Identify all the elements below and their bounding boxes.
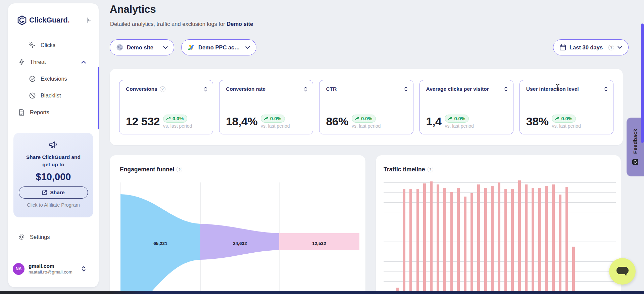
document-icon	[18, 109, 25, 116]
traffic-bar	[565, 187, 568, 291]
calendar-icon	[559, 44, 566, 51]
help-icon[interactable]: ?	[177, 167, 182, 172]
collapse-sidebar-icon[interactable]	[85, 17, 92, 24]
traffic-bar	[409, 189, 412, 291]
promo-amount: $10,000	[13, 171, 93, 182]
trending-up-icon	[555, 117, 559, 120]
traffic-bar	[396, 288, 399, 291]
share-label: Share	[50, 190, 64, 196]
sidebar-nav: Clicks Threat Exclusions	[8, 37, 99, 121]
traffic-bar	[464, 197, 466, 291]
ban-icon	[29, 92, 36, 99]
page-subtitle: Detailed analytics, traffic and exclusio…	[110, 21, 253, 27]
chat-launcher-button[interactable]	[609, 258, 636, 285]
traffic-bar	[504, 189, 507, 291]
chevron-down-icon	[245, 46, 250, 49]
stat-card-ctr: CTR 86% 0.0% vs. last period	[319, 80, 413, 134]
sidebar-item-reports[interactable]: Reports	[8, 104, 99, 121]
sort-chevrons-icon[interactable]	[204, 86, 207, 92]
funnel-stage-label: 24,632	[233, 241, 247, 246]
sidebar-item-blacklist[interactable]: Blacklist	[8, 87, 99, 104]
stat-title: Average clicks per visitor	[426, 86, 489, 92]
sidebar-item-clicks[interactable]: Clicks	[8, 37, 99, 53]
cursor-click-icon	[29, 42, 36, 49]
chevron-down-icon	[617, 46, 622, 49]
analytics-page: ClickGuard. Clicks Threat	[0, 0, 644, 294]
brand-name: ClickGuard.	[29, 16, 69, 25]
traffic-bar	[491, 186, 494, 291]
sidebar-divider	[13, 253, 93, 253]
select-chevrons-icon[interactable]	[82, 266, 86, 272]
sort-chevrons-icon[interactable]	[404, 86, 408, 92]
stat-value: 1,4	[426, 115, 442, 128]
promo-text: Share ClickGuard and get up to	[13, 154, 93, 169]
sidebar-item-exclusions[interactable]: Exclusions	[8, 70, 99, 87]
traffic-bar	[457, 188, 460, 291]
chevron-up-icon[interactable]	[81, 60, 86, 64]
engagement-funnel-card: Engagement funnel ? 65,221 24,632 12,532	[110, 155, 365, 294]
change-badge: 0.0%	[163, 115, 187, 123]
traffic-bar	[532, 188, 534, 291]
funnel-stage-label: 12,532	[312, 241, 326, 246]
share-button[interactable]: Share	[19, 186, 88, 199]
stat-card-conversion-rate: Conversion rate 18,4% 0.0% vs. last peri…	[219, 80, 313, 134]
change-badge: 0.0%	[552, 115, 576, 123]
trending-up-icon	[355, 117, 359, 120]
logo-row: ClickGuard.	[17, 13, 92, 27]
stat-sub: vs. last period	[261, 123, 290, 129]
sidebar-item-label: Exclusions	[41, 76, 67, 82]
page-title: Analytics	[110, 3, 156, 15]
globe-icon	[116, 44, 123, 51]
sidebar-item-label: Blacklist	[41, 92, 61, 99]
account-text: gmail.com naatali.ro@gmail.com	[29, 263, 72, 275]
megaphone-icon	[48, 140, 58, 150]
traffic-bar	[525, 184, 528, 291]
ppc-account-dropdown[interactable]: Demo PPC ac…	[181, 39, 256, 55]
date-range-dropdown[interactable]: Last 30 days ?	[553, 39, 629, 55]
date-filter-value: Last 30 days	[569, 44, 603, 51]
account-email: naatali.ro@gmail.com	[29, 269, 72, 275]
chevron-down-icon	[163, 46, 168, 49]
affiliate-promo-card[interactable]: Share ClickGuard and get up to $10,000 S…	[13, 133, 93, 217]
traffic-bar	[450, 192, 453, 291]
sidebar-item-settings[interactable]: Settings	[8, 229, 99, 245]
help-icon[interactable]: ?	[160, 86, 165, 92]
bolt-icon	[18, 58, 25, 66]
help-icon[interactable]: ?	[608, 45, 614, 50]
stat-title: Conversion rate	[226, 86, 265, 92]
ppc-filter-value: Demo PPC ac…	[198, 44, 240, 51]
feedback-icon	[632, 159, 639, 165]
bottom-scrollbar[interactable]	[0, 291, 644, 294]
account-switcher[interactable]: NA gmail.com naatali.ro@gmail.com	[13, 259, 95, 278]
traffic-bar	[470, 193, 473, 291]
trending-up-icon	[166, 117, 171, 120]
stat-value: 12 532	[126, 115, 160, 128]
stat-sub: vs. last period	[352, 123, 381, 129]
stat-value: 38%	[526, 115, 549, 128]
affiliate-program-link[interactable]: Click to Affiliate Program	[13, 202, 93, 208]
sidebar-item-label: Reports	[30, 109, 49, 116]
text-cursor	[556, 84, 560, 91]
site-filter-dropdown[interactable]: Demo site	[110, 39, 174, 55]
sort-chevrons-icon[interactable]	[304, 86, 307, 92]
traffic-bar	[416, 189, 419, 291]
change-badge: 0.0%	[352, 115, 376, 123]
help-icon[interactable]: ?	[428, 167, 433, 172]
page-scrollbar-thumb[interactable]	[641, 24, 644, 143]
sidebar-scrollbar-thumb[interactable]	[98, 67, 99, 129]
traffic-bar	[430, 181, 433, 291]
traffic-bar	[437, 184, 439, 291]
funnel-stage-label: 65,221	[153, 241, 167, 246]
sort-chevrons-icon[interactable]	[604, 86, 608, 92]
traffic-bar	[572, 247, 575, 291]
engagement-funnel-chart: 65,221 24,632 12,532	[120, 182, 359, 293]
sort-chevrons-icon[interactable]	[504, 86, 508, 92]
stat-value: 18,4%	[226, 115, 257, 128]
traffic-bar	[511, 189, 514, 291]
stat-title: User interaction level	[526, 86, 579, 92]
site-filter-value: Demo site	[127, 44, 153, 51]
sidebar-item-threat[interactable]: Threat	[8, 53, 99, 70]
avatar: NA	[13, 263, 24, 275]
funnel-chart-title: Engagement funnel	[120, 166, 174, 173]
stat-card-conversions: Conversions ? 12 532 0.0% vs. last perio…	[119, 80, 213, 134]
